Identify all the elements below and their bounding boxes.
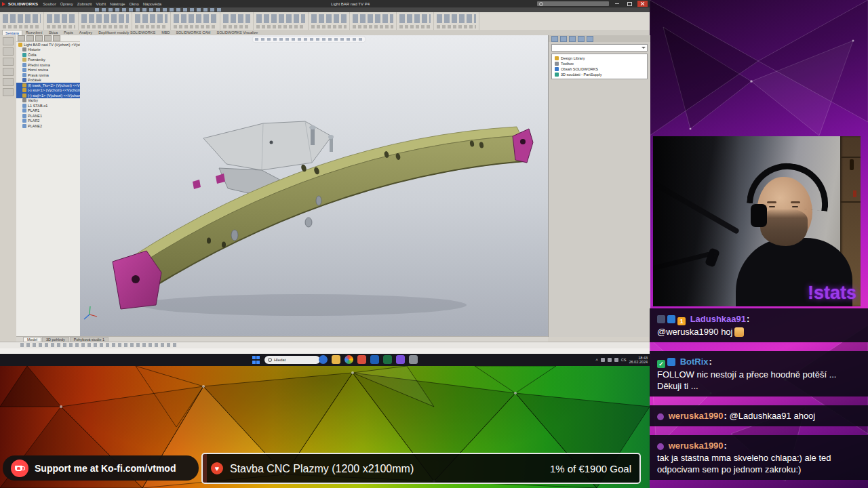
- taskpane-item-obsah[interactable]: Obsah SOLIDWORKS: [552, 66, 647, 72]
- taskpane-item-design-library[interactable]: Design Library: [552, 56, 647, 61]
- quick-access-toolbar[interactable]: [0, 7, 650, 12]
- ribbon-group[interactable]: [132, 12, 171, 30]
- tree-row[interactable]: Horní rovina: [16, 68, 80, 73]
- ribbon-group[interactable]: [0, 12, 44, 30]
- ribbon-group[interactable]: [220, 12, 254, 30]
- minimize-button[interactable]: [612, 1, 622, 7]
- chrome-app-icon[interactable]: [344, 355, 353, 364]
- doc-icon[interactable]: [3, 58, 14, 66]
- green-app-icon[interactable]: [383, 355, 392, 364]
- graphics-viewport[interactable]: [80, 35, 548, 337]
- menu-upravy[interactable]: Úpravy: [60, 2, 73, 6]
- tree-row-selected[interactable]: (f) trask_Tkv<2> (Výchozí) <<Vý...: [16, 83, 80, 88]
- tab-mbd[interactable]: MBD: [159, 30, 172, 35]
- tab-rozvrzeni[interactable]: Rozvržení: [23, 30, 45, 35]
- tree-row[interactable]: Historie: [16, 47, 80, 53]
- taskpane-item-partsupply[interactable]: 3D součásti - PartSupply: [552, 72, 647, 77]
- tree-row[interactable]: Pravá rovina: [16, 73, 80, 78]
- chat-username[interactable]: weruska1990: [669, 441, 727, 451]
- tab-doplnky[interactable]: Doplňkové moduly SOLIDWORKS: [96, 30, 158, 35]
- menu-vlozit[interactable]: Vložit: [96, 2, 106, 6]
- taskpane-item-toolbox[interactable]: Toolbox: [552, 61, 647, 66]
- status-bar-icons[interactable]: [20, 343, 176, 347]
- menu-okno[interactable]: Okno: [129, 2, 138, 6]
- doc-icon[interactable]: [3, 78, 14, 86]
- tab-analyzy[interactable]: Analýzy: [77, 30, 95, 35]
- configmanager-icon[interactable]: [35, 35, 43, 41]
- tree-row[interactable]: Poznámky: [16, 58, 80, 63]
- maximize-button[interactable]: [625, 1, 635, 7]
- ribbon-group[interactable]: [44, 12, 79, 30]
- tree-row[interactable]: L1 STAB.o1: [16, 103, 80, 108]
- cad-model-light-bar[interactable]: [80, 35, 548, 337]
- start-button[interactable]: [252, 356, 260, 364]
- displaymanager-icon[interactable]: [53, 35, 60, 41]
- file-explorer-icon[interactable]: [569, 36, 576, 42]
- gray-app-icon[interactable]: [409, 355, 418, 364]
- featuremanager-icon[interactable]: [18, 35, 25, 41]
- tree-row[interactable]: Počátek: [16, 78, 80, 83]
- file-explorer-app-icon[interactable]: [332, 355, 340, 364]
- taskbar-search[interactable]: Hledat: [264, 356, 320, 364]
- ribbon-group[interactable]: [434, 12, 479, 30]
- tree-row[interactable]: PLANE1: [16, 113, 80, 119]
- quick-access-icons[interactable]: [95, 8, 224, 12]
- close-button[interactable]: [637, 1, 648, 7]
- purple-app-icon[interactable]: [396, 355, 405, 364]
- tree-row-selected[interactable]: (-) stojl<1> (Výchozí) <<Výchoz...: [16, 93, 80, 98]
- doc-icon[interactable]: [3, 47, 14, 56]
- ribbon-group[interactable]: [254, 12, 309, 30]
- ribbon-group[interactable]: [397, 12, 434, 30]
- tree-row[interactable]: PLAR1: [16, 108, 80, 114]
- doc-icon[interactable]: [3, 68, 14, 76]
- taskpane-label: Toolbox: [561, 62, 574, 66]
- tree-row[interactable]: Vazby: [16, 98, 80, 104]
- appearances-icon[interactable]: [578, 36, 585, 42]
- tree-row[interactable]: PLANE2: [16, 123, 80, 129]
- blue-badge-icon: [667, 358, 675, 366]
- tray-expand-icon[interactable]: ^: [596, 358, 598, 363]
- tab-cam[interactable]: SOLIDWORKS CAM: [173, 30, 213, 35]
- tab-visualize[interactable]: SOLIDWORKS Visualize: [214, 30, 260, 35]
- tree-row-selected[interactable]: (-) stul<1> (Výchozí) <<Výchozí...: [16, 88, 80, 94]
- tree-row[interactable]: Light BAR nad TV (Výchozí) <Vých...: [16, 42, 80, 47]
- clock[interactable]: 18:43 26.02.2024: [629, 356, 648, 364]
- red-app-icon[interactable]: [357, 355, 366, 364]
- task-pane-search-dropdown[interactable]: [551, 44, 648, 52]
- tree-label: PLAR1: [28, 108, 39, 113]
- orientation-triad: [84, 306, 97, 319]
- solidworks-search-input[interactable]: [537, 1, 609, 6]
- language-indicator[interactable]: CS: [621, 358, 627, 362]
- ribbon-group[interactable]: [309, 12, 350, 30]
- tray-icon[interactable]: [614, 358, 618, 362]
- propertymanager-icon[interactable]: [26, 35, 34, 41]
- tab-popis[interactable]: Popis: [61, 30, 76, 35]
- ribbon-group[interactable]: [350, 12, 397, 30]
- home-icon[interactable]: [551, 36, 558, 42]
- ribbon-group[interactable]: [79, 12, 132, 30]
- browser-app-icon[interactable]: [319, 355, 328, 364]
- doc-icon[interactable]: [3, 88, 14, 96]
- tab-skica[interactable]: Skica: [46, 30, 60, 35]
- custom-properties-icon[interactable]: [587, 36, 593, 42]
- tree-label: Pravá rovina: [28, 73, 49, 77]
- tree-row[interactable]: PLAR2: [16, 119, 80, 124]
- curved-beam[interactable]: [132, 127, 525, 292]
- menu-zobrazit[interactable]: Zobrazit: [77, 2, 92, 6]
- design-library-icon[interactable]: [560, 36, 567, 42]
- dimxpert-icon[interactable]: [44, 35, 52, 41]
- chat-username[interactable]: Ladushkaa91: [690, 314, 750, 324]
- menu-nastroje[interactable]: Nástroje: [110, 2, 125, 6]
- kofi-support-bar[interactable]: Support me at Ko-fi.com/vtmod: [3, 455, 199, 481]
- doc-icon[interactable]: [3, 37, 14, 45]
- tree-row[interactable]: Čidla: [16, 52, 80, 58]
- menu-soubor[interactable]: Soubor: [43, 2, 56, 6]
- chat-username[interactable]: weruska1990: [669, 411, 727, 421]
- tree-row[interactable]: Přední rovina: [16, 62, 80, 68]
- ribbon-group[interactable]: [171, 12, 220, 30]
- tray-icon[interactable]: [601, 358, 605, 362]
- blue-app-icon[interactable]: [370, 355, 379, 364]
- chat-username[interactable]: BotRix: [680, 357, 712, 367]
- tray-icon[interactable]: [608, 358, 612, 362]
- menu-napoveda[interactable]: Nápověda: [143, 2, 161, 6]
